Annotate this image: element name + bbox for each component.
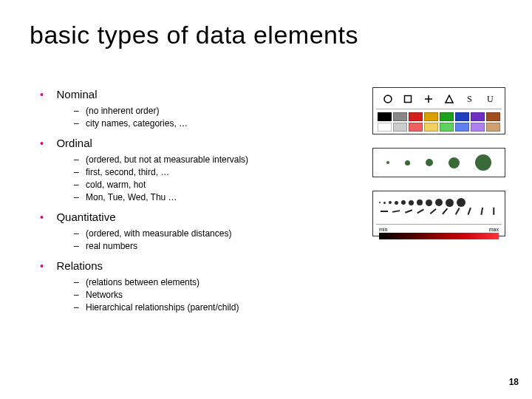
item-label: Quantitative: [56, 211, 115, 223]
color-swatch: [486, 112, 500, 121]
color-swatch: [455, 123, 469, 132]
color-swatch: [409, 112, 423, 121]
figures-column: S U min max: [372, 87, 505, 250]
tick-icon: [429, 208, 436, 214]
dot-icon: [383, 202, 386, 204]
gradient-row: min max: [379, 227, 499, 239]
item-ordinal: • Ordinal: [40, 136, 335, 151]
dot-icon: [409, 200, 414, 205]
item-quantitative: • Quantitative: [40, 210, 335, 225]
svg-point-0: [384, 95, 392, 103]
dot-icon: [426, 159, 433, 166]
sub-text: city names, categories, …: [86, 118, 188, 129]
swatch-grid: [373, 109, 505, 134]
u-icon: U: [485, 95, 494, 103]
s-icon: S: [465, 95, 474, 103]
square-icon: [403, 95, 412, 103]
plus-icon: [424, 95, 433, 103]
dot-icon: [417, 200, 423, 205]
color-swatch: [440, 112, 454, 121]
color-swatch: [440, 123, 454, 132]
sub-item: –first, second, third, …: [74, 166, 335, 179]
page-number: 18: [509, 377, 519, 387]
sub-item: –real numbers: [74, 240, 335, 253]
bullet-icon: •: [40, 259, 53, 273]
color-swatch: [424, 123, 438, 132]
tick-icon: [493, 208, 494, 215]
color-swatch: [378, 123, 392, 132]
sub-text: Hierarchical relationships (parent/child…: [86, 302, 239, 313]
dot-icon: [395, 201, 398, 205]
sub-text: Mon, Tue, Wed, Thu …: [86, 192, 177, 202]
sub-text: (ordered, but not at measurable interval…: [86, 154, 248, 165]
sublist-ordinal: –(ordered, but not at measurable interva…: [74, 154, 335, 204]
sub-item: –(no inherent order): [74, 105, 335, 117]
sub-text: (relations between elements): [86, 277, 200, 287]
sub-text: (no inherent order): [86, 106, 159, 116]
color-swatch: [393, 123, 407, 132]
sub-item: –cold, warm, hot: [74, 179, 335, 191]
divider: [376, 224, 502, 225]
svg-text:S: S: [467, 95, 472, 103]
dot-icon: [405, 160, 410, 166]
color-swatch: [455, 112, 469, 121]
dot-icon: [401, 200, 406, 205]
item-nominal: • Nominal: [40, 87, 335, 102]
bullet-icon: •: [40, 87, 53, 102]
color-swatch: [378, 112, 392, 121]
triangle-icon: [445, 95, 454, 103]
item-label: Ordinal: [56, 137, 92, 149]
dots-row: [379, 196, 499, 209]
item-label: Relations: [56, 259, 103, 272]
bullet-content: • Nominal –(no inherent order) –city nam…: [40, 87, 335, 320]
item-label: Nominal: [56, 88, 97, 100]
color-swatch: [409, 123, 423, 132]
sub-item: –city names, categories, …: [74, 117, 335, 130]
sub-item: –Hierarchical relationships (parent/chil…: [74, 301, 335, 314]
dot-icon: [389, 201, 392, 204]
dot-icon: [446, 199, 454, 207]
sublist-nominal: –(no inherent order) –city names, catego…: [74, 105, 335, 130]
slide: { "title": "basic types of data elements…: [0, 0, 532, 399]
color-swatch: [486, 123, 500, 132]
sub-text: first, second, third, …: [86, 167, 169, 177]
item-relations: • Relations: [40, 259, 335, 273]
bullet-icon: •: [40, 210, 53, 225]
color-swatch: [471, 112, 485, 121]
tick-icon: [417, 209, 424, 214]
shape-row: S U: [373, 88, 505, 109]
dot-icon: [379, 202, 381, 203]
slide-title: basic types of data elements: [30, 21, 358, 50]
tick-icon: [405, 209, 412, 213]
min-label: min: [379, 227, 387, 232]
figure-ordinal: [372, 148, 505, 177]
svg-text:U: U: [487, 95, 494, 103]
tick-icon: [381, 211, 388, 212]
dot-icon: [426, 200, 432, 206]
figure-quantitative: min max: [372, 191, 505, 236]
sub-item: –(relations between elements): [74, 276, 335, 289]
sub-item: –(ordered, but not at measurable interva…: [74, 154, 335, 166]
figure-nominal: S U: [372, 87, 505, 134]
circle-icon: [383, 95, 392, 103]
dot-icon: [475, 154, 491, 171]
bullet-icon: •: [40, 136, 53, 151]
color-swatch: [471, 123, 485, 132]
sub-text: real numbers: [86, 241, 137, 251]
dot-icon: [386, 161, 389, 164]
sub-text: cold, warm, hot: [86, 180, 146, 190]
max-label: max: [489, 227, 499, 232]
svg-marker-4: [446, 95, 453, 103]
sub-item: –Mon, Tue, Wed, Thu …: [74, 191, 335, 204]
color-swatch: [393, 112, 407, 121]
svg-rect-1: [405, 96, 412, 103]
sub-text: Networks: [86, 290, 123, 300]
sub-item: –(ordered, with measurable distances): [74, 228, 335, 240]
gradient-labels: min max: [379, 227, 499, 232]
dot-icon: [435, 199, 443, 206]
sub-item: –Networks: [74, 289, 335, 301]
gradient-bar: [379, 233, 499, 239]
color-swatch: [424, 112, 438, 121]
sublist-quantitative: –(ordered, with measurable distances) –r…: [74, 228, 335, 253]
sub-text: (ordered, with measurable distances): [86, 228, 231, 239]
